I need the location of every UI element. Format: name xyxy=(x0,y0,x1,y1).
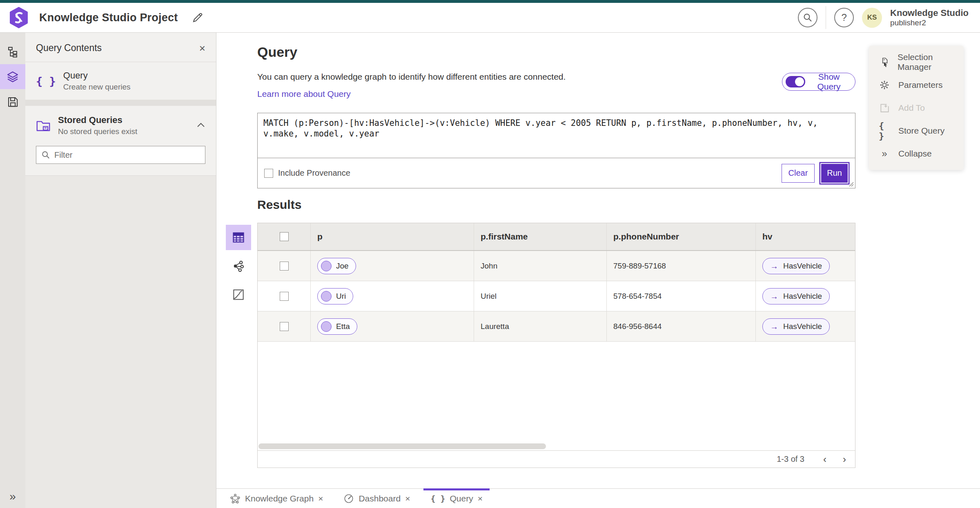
pagination-bar: 1-3 of 3 ‹ › xyxy=(258,450,855,468)
bottom-tab-bar: Knowledge Graph × Dashboard × { } Query … xyxy=(216,488,980,508)
braces-icon: { } xyxy=(36,75,56,87)
show-query-toggle[interactable]: Show Query xyxy=(782,73,855,91)
table-icon xyxy=(232,232,245,243)
filter-input[interactable] xyxy=(54,150,200,160)
entity-pill[interactable]: Uri xyxy=(317,288,353,304)
knowledge-studio-logo xyxy=(9,7,29,28)
rail-item-contents[interactable] xyxy=(0,64,25,89)
page-description: You can query a knowledge graph to ident… xyxy=(257,72,566,82)
collapse-section-button[interactable] xyxy=(196,122,205,129)
close-icon[interactable]: × xyxy=(405,494,410,503)
selection-manager-item[interactable]: Selection Manager xyxy=(869,51,964,74)
entity-pill-label: Joe xyxy=(336,262,349,271)
tab-knowledge-graph[interactable]: Knowledge Graph × xyxy=(223,489,330,508)
chart-view-button[interactable] xyxy=(226,282,251,307)
double-chevron-right-icon: » xyxy=(879,149,890,159)
dashboard-gauge-icon xyxy=(343,493,354,504)
relationship-pill-label: HasVehicle xyxy=(783,262,822,271)
app-window: Knowledge Studio Project ? KS Knowledge … xyxy=(0,0,980,508)
horizontal-scrollbar xyxy=(258,442,855,450)
tab-label: Dashboard xyxy=(359,494,401,504)
pagination-range: 1-3 of 3 xyxy=(777,454,804,464)
learn-more-link[interactable]: Learn more about Query xyxy=(257,89,351,99)
query-item-description: Create new queries xyxy=(63,83,131,92)
save-icon xyxy=(7,96,19,108)
toggle-track xyxy=(786,76,805,87)
rail-item-data-model[interactable] xyxy=(0,39,25,64)
tab-label: Knowledge Graph xyxy=(245,494,314,504)
scrollbar-thumb[interactable] xyxy=(258,443,546,449)
query-statement-textarea[interactable]: MATCH (p:Person)-[hv:HasVehicle]->(v:Veh… xyxy=(258,113,855,158)
column-header-hv[interactable]: hv xyxy=(756,223,855,250)
gear-icon xyxy=(879,80,890,90)
store-query-item[interactable]: { } Store Query xyxy=(869,119,964,142)
panel-item-query[interactable]: { } Query Create new queries xyxy=(25,62,216,100)
search-button[interactable] xyxy=(798,8,817,27)
select-all-checkbox[interactable] xyxy=(280,232,289,241)
include-provenance-checkbox[interactable] xyxy=(264,169,273,178)
chevron-up-icon xyxy=(196,122,205,128)
top-accent-strip xyxy=(0,0,980,3)
next-page-button[interactable]: › xyxy=(843,454,846,464)
entity-pill-label: Etta xyxy=(336,322,350,331)
selection-manager-icon xyxy=(879,57,889,67)
close-icon[interactable]: × xyxy=(478,494,483,503)
column-header-p[interactable]: p xyxy=(311,223,474,250)
topbar-right-group: ? KS Knowledge Studio publisher2 xyxy=(798,6,971,29)
tab-query[interactable]: { } Query × xyxy=(423,489,490,508)
run-button[interactable]: Run xyxy=(820,163,849,184)
action-label: Parameters xyxy=(898,80,943,90)
edit-title-button[interactable] xyxy=(192,11,204,24)
toggle-knob xyxy=(795,77,804,86)
stored-queries-header[interactable]: Stored Queries No stored queries exist xyxy=(36,115,205,136)
project-title: Knowledge Studio Project xyxy=(39,11,178,24)
entity-pill[interactable]: Etta xyxy=(317,318,357,335)
clear-button[interactable]: Clear xyxy=(782,164,815,183)
relationship-pill[interactable]: →HasVehicle xyxy=(762,318,830,335)
stored-queries-label: Stored Queries xyxy=(58,115,137,125)
rail-item-save[interactable] xyxy=(0,89,25,114)
query-item-label: Query xyxy=(63,70,131,81)
collapse-panel-item[interactable]: » Collapse xyxy=(869,142,964,165)
panel-header: Query Contents × xyxy=(25,33,216,62)
show-query-label: Show Query xyxy=(808,72,849,92)
entity-pill[interactable]: Joe xyxy=(317,258,356,274)
layers-icon xyxy=(6,70,19,83)
include-provenance-label: Include Provenance xyxy=(278,168,350,178)
entity-pill-label: Uri xyxy=(336,292,346,301)
left-icon-rail: » xyxy=(0,33,25,508)
account-info[interactable]: Knowledge Studio publisher2 xyxy=(890,8,969,27)
row-checkbox[interactable] xyxy=(280,322,289,331)
top-bar: Knowledge Studio Project ? KS Knowledge … xyxy=(0,3,980,33)
cell-phonenumber: 759-889-57168 xyxy=(613,262,666,271)
cell-phonenumber: 846-956-8644 xyxy=(613,322,662,331)
chart-icon xyxy=(233,289,244,300)
resize-handle-icon[interactable] xyxy=(847,180,854,187)
panel-close-button[interactable]: × xyxy=(199,43,205,54)
query-actions-panel: Selection Manager Parameters xyxy=(869,46,964,170)
close-icon[interactable]: × xyxy=(318,494,323,503)
tab-dashboard[interactable]: Dashboard × xyxy=(336,489,417,508)
row-checkbox[interactable] xyxy=(280,262,289,271)
relationship-pill[interactable]: →HasVehicle xyxy=(762,288,830,304)
query-page: Query You can query a knowledge graph to… xyxy=(216,33,980,488)
row-checkbox[interactable] xyxy=(280,292,289,301)
cell-firstname: Uriel xyxy=(481,292,497,301)
rail-collapse-button[interactable]: » xyxy=(9,491,16,502)
add-to-item: Add To xyxy=(869,96,964,119)
avatar[interactable]: KS xyxy=(862,8,882,28)
account-username: publisher2 xyxy=(890,18,969,27)
table-header-row: p p.firstName p.phoneNumber hv xyxy=(258,223,855,251)
results-view-switcher xyxy=(226,225,251,307)
page-title: Query xyxy=(257,44,297,60)
network-icon xyxy=(232,260,245,272)
table-view-button[interactable] xyxy=(226,225,251,250)
panel-title: Query Contents xyxy=(36,43,102,54)
column-header-phonenumber[interactable]: p.phoneNumber xyxy=(607,223,756,250)
graph-view-button[interactable] xyxy=(226,253,251,279)
parameters-item[interactable]: Parameters xyxy=(869,74,964,96)
previous-page-button[interactable]: ‹ xyxy=(823,454,826,464)
column-header-firstname[interactable]: p.firstName xyxy=(474,223,607,250)
relationship-pill[interactable]: →HasVehicle xyxy=(762,258,830,274)
help-button[interactable]: ? xyxy=(834,8,854,27)
